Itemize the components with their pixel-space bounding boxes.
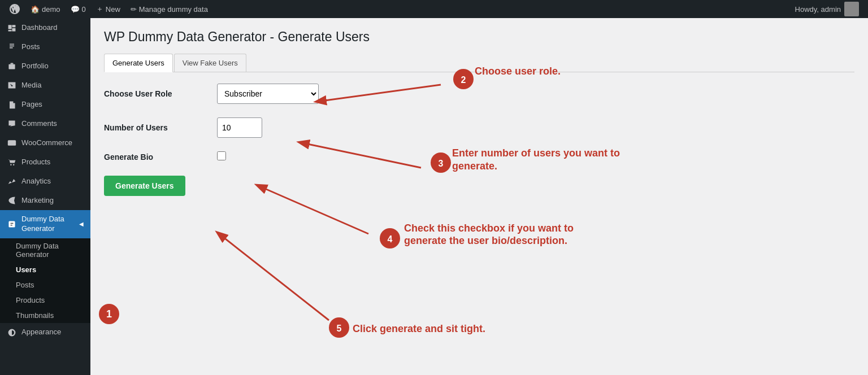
site-name-button[interactable]: 🏠 demo [26,0,65,18]
sidebar-item-products-label: Products [21,158,50,167]
plus-icon: ＋ [96,4,103,14]
sidebar-item-comments-label: Comments [21,119,57,129]
svg-text:Click generate and sit tight.: Click generate and sit tight. [353,323,485,334]
new-label: New [106,5,120,14]
howdy-section[interactable]: Howdy, admin [791,2,863,16]
sidebar-item-dashboard-label: Dashboard [21,23,58,33]
woocommerce-icon: WC [7,138,17,148]
svg-point-22 [329,317,349,338]
marketing-icon [7,195,17,206]
admin-bar: 🏠 demo 💬 0 ＋ New ✏ Manage dummy data How… [0,0,868,18]
generate-users-button[interactable]: Generate Users [104,176,185,196]
svg-text:Check this checkbox if you wan: Check this checkbox if you want to [404,223,574,234]
admin-bar-left: 🏠 demo 💬 0 ＋ New ✏ Manage dummy data [5,0,791,18]
sidebar-item-appearance[interactable]: Appearance [0,323,90,342]
sidebar-item-media[interactable]: Media [0,76,90,95]
role-select[interactable]: Subscriber Administrator Editor Author C… [217,84,319,104]
tab-view-fake-users[interactable]: View Fake Users [174,54,246,72]
sidebar-item-comments[interactable]: Comments [0,114,90,133]
page-title: WP Dummy Data Generator - Generate Users [104,29,854,45]
tab-view-fake-users-label: View Fake Users [183,59,238,67]
submenu-label-thumbnails: Thumbnails [16,311,54,320]
site-name-label: demo [42,5,60,14]
howdy-text: Howdy, admin [795,5,841,14]
pages-icon [7,99,17,110]
submenu-item-products[interactable]: Products [0,293,90,308]
submenu-item-thumbnails[interactable]: Thumbnails [0,308,90,323]
svg-rect-0 [8,64,15,69]
svg-point-4 [13,164,14,165]
number-label: Number of Users [104,123,217,132]
button-row: Generate Users [104,176,854,196]
sidebar-item-posts-label: Posts [21,42,40,52]
sidebar-item-pages-label: Pages [21,100,42,110]
bio-label: Generate Bio [104,152,217,162]
role-label: Choose User Role [104,89,217,98]
submenu-item-dummy-data-generator[interactable]: Dummy Data Generator [0,238,90,262]
svg-line-24 [218,233,329,320]
sidebar-item-dashboard[interactable]: Dashboard [0,18,90,37]
svg-point-17 [380,228,400,248]
comments-sidebar-icon [7,119,17,129]
svg-rect-5 [8,221,15,227]
sidebar: Dashboard Posts Portfolio Media Pages [0,18,90,375]
tab-generate-users[interactable]: Generate Users [104,54,173,72]
appearance-icon [7,328,17,338]
form-row-number: Number of Users [104,117,854,138]
svg-text:WC: WC [8,141,15,145]
home-icon: 🏠 [31,5,40,14]
sidebar-item-portfolio-label: Portfolio [21,62,49,71]
sidebar-item-posts[interactable]: Posts [0,37,90,56]
sidebar-item-products[interactable]: Products [0,152,90,172]
comments-button[interactable]: 💬 0 [66,0,90,18]
tab-generate-users-label: Generate Users [112,59,164,67]
svg-point-3 [10,164,11,165]
tabs: Generate Users View Fake Users [104,54,854,72]
sidebar-item-woocommerce-label: WooCommerce [21,138,72,148]
main-content: WP Dummy Data Generator - Generate Users… [90,18,868,375]
media-icon [7,80,17,90]
dashboard-icon [7,23,17,33]
sidebar-item-analytics-label: Analytics [21,177,51,186]
sidebar-item-dummy-data-label: Dummy Data Generator [21,215,75,234]
portfolio-icon [7,61,17,71]
products-icon [7,157,17,167]
sidebar-item-marketing-label: Marketing [21,196,54,206]
svg-text:5: 5 [337,324,342,333]
sidebar-item-portfolio[interactable]: Portfolio [0,56,90,76]
submenu-label-generator: Dummy Data Generator [16,242,84,259]
sidebar-item-appearance-label: Appearance [21,328,61,337]
comments-icon: 💬 [71,5,80,14]
manage-dummy-data-button[interactable]: ✏ Manage dummy data [126,0,212,18]
form-row-role: Choose User Role Subscriber Administrato… [104,84,854,104]
sidebar-item-woocommerce[interactable]: WC WooCommerce [0,133,90,152]
submenu-label-products: Products [16,296,45,304]
sidebar-item-pages[interactable]: Pages [0,95,90,114]
sidebar-item-marketing[interactable]: Marketing [0,191,90,210]
sidebar-item-analytics[interactable]: Analytics [0,172,90,191]
form-row-bio: Generate Bio [104,151,854,162]
submenu-label-users: Users [16,265,36,274]
sidebar-item-media-label: Media [21,81,41,90]
form-area: Choose User Role Subscriber Administrato… [104,84,854,196]
bio-checkbox[interactable] [217,151,226,160]
wp-logo-button[interactable] [5,0,25,18]
number-input[interactable] [217,117,262,138]
pencil-icon: ✏ [131,5,137,14]
admin-bar-right: Howdy, admin [791,2,863,16]
svg-text:generate the user bio/descript: generate the user bio/description. [404,235,567,246]
dummy-data-icon [7,219,17,229]
posts-icon [7,42,17,52]
submenu-item-users[interactable]: Users [0,262,90,277]
layout: Dashboard Posts Portfolio Media Pages [0,18,868,375]
sidebar-collapse-arrow: ◀ [79,220,84,228]
comments-count: 0 [82,5,86,14]
role-control: Subscriber Administrator Editor Author C… [217,84,319,104]
sidebar-item-dummy-data[interactable]: Dummy Data Generator ◀ [0,210,90,238]
avatar [844,2,859,16]
bio-control [217,151,226,162]
new-button[interactable]: ＋ New [92,0,125,18]
manage-label: Manage dummy data [139,5,208,14]
submenu-label-posts: Posts [16,281,34,289]
submenu-item-posts[interactable]: Posts [0,277,90,293]
